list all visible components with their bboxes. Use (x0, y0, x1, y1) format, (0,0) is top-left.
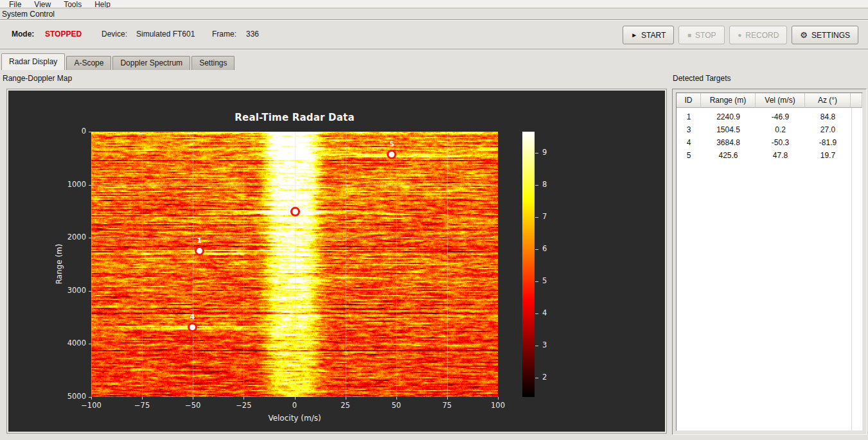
colorbar-tick-label: 4 (542, 308, 558, 317)
x-tick-mark (91, 397, 92, 400)
button-label: RECORD (745, 31, 779, 40)
table-cell: 3 (677, 125, 701, 134)
table-cell: 27.0 (805, 125, 851, 134)
x-tick-mark (295, 397, 296, 400)
x-tick-label: 100 (484, 401, 512, 410)
y-tick-label: 1000 (58, 180, 86, 189)
menu-item-help[interactable]: Help (88, 0, 117, 8)
column-header-filler (851, 93, 862, 108)
table-row[interactable]: 12240.9-46.984.8 (677, 110, 862, 123)
frame-counter: 336 (246, 30, 259, 39)
tab-radar-display[interactable]: Radar Display (1, 53, 65, 70)
gear-icon: ⚙ (800, 32, 808, 39)
table-cell: 2240.9 (701, 112, 756, 121)
y-tick-label: 0 (58, 127, 86, 136)
device-label: Device: (102, 30, 127, 39)
colorbar-tick-mark (535, 185, 538, 186)
y-axis-label: Range (m) (55, 238, 64, 290)
colorbar-tick-mark (535, 249, 538, 250)
x-tick-label: −75 (128, 401, 156, 410)
menu-item-file[interactable]: File (3, 0, 28, 8)
table-cell: 47.8 (756, 151, 805, 160)
x-tick-label: −100 (77, 401, 105, 410)
x-tick-label: 50 (382, 401, 411, 410)
colorbar-tick-label: 6 (542, 244, 558, 253)
colorbar-tick-mark (535, 313, 538, 314)
colorbar-tick-mark (535, 153, 538, 154)
target-marker (195, 246, 204, 256)
table-cell: 5 (677, 151, 701, 160)
x-axis-label: Velocity (m/s) (256, 414, 333, 423)
tab-doppler-spectrum[interactable]: Doppler Spectrum (112, 56, 190, 70)
button-label: STOP (695, 31, 716, 40)
detected-targets-table[interactable]: IDRange (m)Vel (m/s)Az (°) 12240.9-46.98… (676, 92, 863, 431)
figure-title: Real-Time Radar Data (211, 112, 378, 123)
table-cell: 3684.8 (701, 138, 756, 147)
x-tick-mark (447, 397, 448, 400)
start-button[interactable]: ►START (623, 26, 674, 44)
colorbar-tick-label: 7 (542, 212, 558, 221)
frame-label: Frame: (212, 30, 236, 39)
table-cell: -81.9 (805, 138, 851, 147)
table-cell: 1 (677, 112, 701, 121)
y-tick-mark (89, 344, 91, 344)
x-tick-mark (396, 397, 397, 400)
control-button-row: ►START■STOP●RECORD⚙SETTINGS (623, 26, 858, 44)
table-cell: -46.9 (756, 112, 805, 121)
y-tick-mark (89, 238, 91, 238)
y-tick-mark (89, 397, 91, 398)
display-tab-bar: Radar DisplayA-ScopeDoppler SpectrumSett… (1, 53, 236, 70)
table-row[interactable]: 43684.8-50.3-81.9 (677, 136, 862, 149)
play-icon: ► (631, 32, 637, 39)
record-icon: ● (738, 32, 741, 39)
table-cell: 1504.5 (701, 125, 756, 134)
column-header-range-m[interactable]: Range (m) (701, 93, 756, 108)
y-tick-label: 3000 (58, 286, 86, 295)
tab-a-scope[interactable]: A-Scope (66, 56, 111, 70)
system-control-content: Mode: STOPPED Device: Simulated FT601 Fr… (0, 21, 868, 49)
y-tick-mark (89, 291, 91, 292)
table-row[interactable]: 5425.647.819.7 (677, 149, 862, 162)
x-tick-mark (193, 397, 193, 400)
colorbar-tick-mark (535, 217, 538, 218)
table-cell: 0.2 (756, 125, 805, 134)
y-tick-mark (89, 185, 91, 186)
column-header-vel-m-s[interactable]: Vel (m/s) (756, 93, 805, 108)
colorbar-tick-label: 3 (542, 340, 558, 349)
menu-bar[interactable]: FileViewToolsHelp (0, 0, 868, 8)
menu-item-tools[interactable]: Tools (57, 0, 88, 8)
detected-targets-panel: IDRange (m)Vel (m/s)Az (°) 12240.9-46.98… (672, 89, 867, 435)
table-row[interactable]: 31504.50.227.0 (677, 123, 862, 136)
x-tick-mark (244, 397, 244, 400)
settings-button[interactable]: ⚙SETTINGS (792, 26, 858, 44)
colorbar-tick-mark (535, 346, 538, 346)
x-tick-mark (346, 397, 346, 400)
table-cell: 4 (677, 138, 701, 147)
groupbox-bottom-border (0, 49, 868, 50)
tab-settings[interactable]: Settings (191, 56, 235, 70)
range-doppler-heatmap (91, 132, 498, 397)
scrollbar-track-divider (851, 108, 852, 430)
range-doppler-panel: Real-Time Radar Data Velocity (m/s) Rang… (6, 89, 667, 434)
target-marker-label: 5 (385, 140, 399, 148)
colorbar-tick-label: 8 (542, 180, 558, 189)
range-doppler-map-title: Range-Doppler Map (3, 74, 72, 83)
column-header-id[interactable]: ID (677, 93, 701, 108)
column-header-az[interactable]: Az (°) (805, 93, 851, 108)
table-body: 12240.9-46.984.831504.50.227.043684.8-50… (677, 108, 862, 162)
x-tick-label: 25 (332, 401, 360, 410)
radar-app-window: FileViewToolsHelp System Control Mode: S… (0, 0, 868, 440)
stop-icon: ■ (687, 32, 691, 39)
menu-item-view[interactable]: View (28, 0, 57, 8)
target-marker-label: 4 (185, 313, 199, 321)
table-cell: 425.6 (701, 151, 756, 160)
button-label: START (641, 31, 666, 40)
x-tick-label: 75 (433, 401, 461, 410)
target-marker-label: 3 (288, 197, 302, 206)
colorbar-tick-label: 5 (542, 276, 558, 285)
colorbar-tick-mark (535, 281, 538, 282)
target-marker (188, 322, 197, 332)
colorbar (522, 132, 535, 397)
table-header-row: IDRange (m)Vel (m/s)Az (°) (677, 93, 862, 108)
stop-button: ■STOP (678, 26, 725, 44)
